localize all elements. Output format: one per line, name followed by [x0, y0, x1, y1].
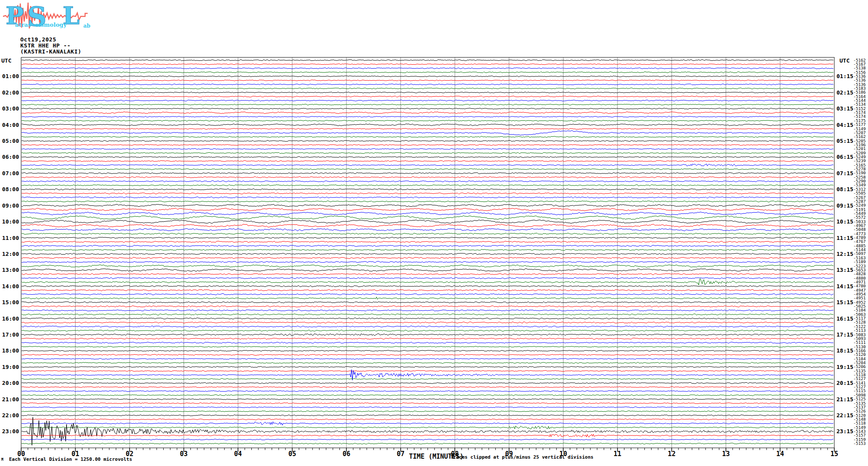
seismogram-trace [22, 104, 833, 105]
clipping-note: Traces clipped at plus/minus 25 vertical… [450, 454, 593, 460]
seismogram-trace [22, 434, 833, 437]
seismogram-trace [22, 145, 833, 145]
plot-border [21, 57, 834, 448]
seismogram-trace [22, 399, 833, 400]
seismogram-trace [22, 88, 833, 89]
seismogram-trace [22, 245, 833, 246]
seismogram-trace [22, 261, 833, 263]
seismogram-trace [22, 197, 833, 198]
seismogram-trace [22, 411, 833, 412]
seismogram-trace [22, 128, 833, 129]
seismogram-trace [22, 415, 833, 416]
seismogram-trace [22, 362, 833, 364]
seismogram-trace [22, 387, 833, 387]
seismogram-trace [22, 76, 833, 77]
seismogram-trace [22, 334, 833, 336]
seismogram-trace [22, 224, 833, 227]
seismogram-trace [22, 346, 833, 347]
seismogram-trace [22, 403, 833, 403]
seismogram-trace [22, 286, 833, 287]
vertical-scale-note: Each Vertical Division = 1250.00 microvo… [9, 457, 132, 462]
seismogram-trace [22, 265, 833, 268]
seismogram-trace [22, 253, 833, 255]
seismogram-trace [22, 290, 833, 291]
seismogram-trace [22, 116, 833, 117]
seismogram-trace [22, 185, 833, 186]
seismogram-trace [22, 181, 833, 182]
seismogram-trace [22, 322, 833, 323]
seismogram-trace [22, 306, 833, 307]
seismogram-trace [22, 338, 833, 339]
seismogram-trace [22, 269, 833, 272]
seismogram-trace [22, 68, 833, 69]
seismogram-trace [22, 277, 833, 279]
seismogram-trace [22, 443, 833, 444]
seismogram-trace [22, 257, 833, 258]
seismogram-trace [22, 233, 833, 234]
seismogram-trace [22, 131, 833, 135]
seismogram-trace [22, 419, 833, 420]
seismogram-trace [22, 112, 833, 113]
seismogram-trace [22, 140, 833, 142]
seismogram-trace [22, 189, 833, 190]
seismogram-trace [22, 148, 833, 149]
seismogram-trace [22, 293, 833, 295]
seismogram-trace [22, 157, 833, 158]
seismogram-trace [22, 176, 833, 178]
seismogram-trace [22, 169, 833, 170]
seismogram-trace [22, 342, 833, 343]
seismogram-trace [22, 310, 833, 311]
seismogram-trace [22, 366, 833, 368]
seismogram-trace [22, 60, 833, 61]
seismogram-trace [22, 124, 833, 126]
seismogram-trace [22, 96, 833, 97]
seismogram-trace [22, 92, 833, 93]
seismogram-trace [22, 439, 833, 440]
seismogram-trace [22, 212, 833, 215]
seismogram-trace [22, 390, 833, 391]
seismogram-trace [22, 108, 833, 109]
seismogram-trace [22, 395, 833, 396]
seismogram-plot [0, 0, 868, 466]
seismogram-trace [22, 378, 833, 379]
seismogram-trace [22, 120, 833, 121]
seismogram-trace [22, 407, 833, 408]
seismogram-trace [22, 417, 833, 445]
seismogram-trace [22, 216, 833, 220]
seismogram-trace [22, 164, 833, 166]
seismogram-trace [22, 426, 833, 429]
seismogram-trace [22, 279, 833, 285]
seismogram-trace [22, 354, 833, 356]
seismogram-trace [22, 161, 833, 162]
seismogram-trace [22, 84, 833, 85]
corner-mark: M [1, 458, 3, 462]
seismogram-trace [22, 201, 833, 202]
seismogram-trace [22, 358, 833, 359]
seismogram-trace [22, 326, 833, 327]
seismogram-trace [22, 220, 833, 224]
seismogram-trace [22, 205, 833, 207]
seismogram-trace [22, 297, 833, 299]
seismogram-trace [22, 72, 833, 72]
seismogram-trace [22, 100, 833, 101]
seismogram-trace [22, 152, 833, 154]
seismogram-trace [22, 173, 833, 174]
seismogram-trace [22, 241, 833, 242]
seismogram-trace [22, 229, 833, 231]
seismogram-trace [22, 350, 833, 352]
seismogram-trace [22, 302, 833, 303]
seismogram-trace [22, 274, 833, 275]
seismogram-trace [22, 422, 833, 425]
seismogram-trace [22, 208, 833, 211]
seismogram-trace [22, 64, 833, 65]
seismogram-trace [22, 318, 833, 319]
seismogram-trace [22, 193, 833, 194]
seismogram-trace [22, 383, 833, 384]
seismogram-trace [22, 371, 833, 372]
seismogram-trace [22, 330, 833, 331]
seismogram-trace [22, 237, 833, 239]
seismogram-trace [22, 80, 833, 81]
seismogram-trace [22, 249, 833, 251]
seismogram-trace [22, 314, 833, 315]
seismogram-trace [22, 136, 833, 138]
